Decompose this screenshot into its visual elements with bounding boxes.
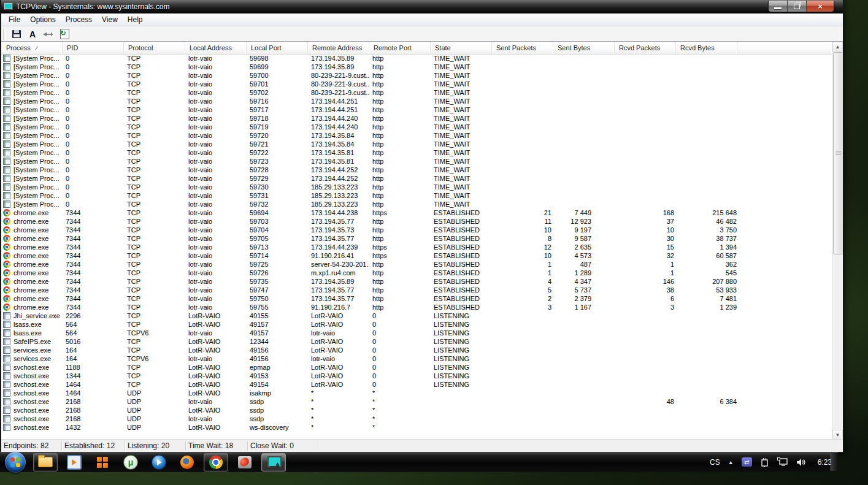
table-row[interactable]: [System Proc... 0 TCP lotr-vaio 59702 80… (1, 88, 832, 97)
taskbar-windows-media-player-button[interactable] (147, 454, 171, 471)
close-connection-button[interactable] (41, 28, 56, 40)
table-row[interactable]: [System Proc... 0 TCP lotr-vaio 59728 17… (1, 166, 832, 174)
table-row[interactable]: chrome.exe 7344 TCP lotr-vaio 59714 91.1… (1, 251, 832, 260)
table-row[interactable]: svchost.exe 2168 UDP lotr-vaio ssdp * * (1, 414, 832, 423)
table-row[interactable]: chrome.exe 7344 TCP lotr-vaio 59750 173.… (1, 294, 832, 303)
table-row[interactable]: svchost.exe 1188 TCP LotR-VAIO epmap Lot… (1, 363, 832, 372)
table-row[interactable]: chrome.exe 7344 TCP lotr-vaio 59704 173.… (1, 226, 832, 234)
refresh-button[interactable] (57, 28, 72, 40)
table-row[interactable]: chrome.exe 7344 TCP lotr-vaio 59705 173.… (1, 234, 832, 243)
table-row[interactable]: chrome.exe 7344 TCP lotr-vaio 59703 173.… (1, 217, 832, 226)
column-header-rcvd-packets[interactable]: Rcvd Packets (615, 42, 676, 54)
network-tray-icon[interactable] (777, 457, 788, 467)
column-header-local-port[interactable]: Local Port (247, 42, 308, 54)
close-button[interactable]: × (807, 1, 834, 12)
taskbar-red-app-button[interactable] (233, 454, 256, 471)
table-row[interactable]: chrome.exe 7344 TCP lotr-vaio 59713 173.… (1, 243, 832, 251)
language-indicator[interactable]: CS (710, 458, 720, 467)
status-established: Established: 12 (62, 441, 125, 451)
table-row[interactable]: chrome.exe 7344 TCP lotr-vaio 59725 serv… (1, 260, 832, 269)
save-button[interactable] (9, 28, 24, 40)
cell-local-port: 59725 (247, 260, 308, 269)
table-row[interactable]: svchost.exe 2168 UDP lotr-vaio ssdp * * … (1, 397, 832, 406)
table-row[interactable]: lsass.exe 564 TCPV6 lotr-vaio 49157 lotr… (1, 329, 832, 337)
table-row[interactable]: chrome.exe 7344 TCP lotr-vaio 59694 173.… (1, 208, 832, 217)
table-row[interactable]: [System Proc... 0 TCP lotr-vaio 59698 17… (1, 54, 832, 63)
column-header-remote-port[interactable]: Remote Port (369, 42, 431, 54)
menu-file[interactable]: File (4, 14, 25, 25)
column-header-sent-packets[interactable]: Sent Packets (492, 42, 553, 54)
taskbar-firefox-button[interactable] (175, 454, 199, 471)
table-row[interactable]: [System Proc... 0 TCP lotr-vaio 59716 17… (1, 97, 832, 105)
show-hidden-icons-button[interactable]: ▲ (728, 459, 734, 465)
table-row[interactable]: [System Proc... 0 TCP lotr-vaio 59720 17… (1, 131, 832, 140)
sync-tray-icon[interactable]: ⇄ (742, 457, 752, 467)
column-header-pid[interactable]: PID (63, 42, 124, 54)
table-row[interactable]: chrome.exe 7344 TCP lotr-vaio 59735 173.… (1, 277, 832, 286)
table-row[interactable]: chrome.exe 7344 TCP lotr-vaio 59755 91.1… (1, 303, 832, 311)
table-row[interactable]: services.exe 164 TCPV6 lotr-vaio 49156 l… (1, 354, 832, 363)
menu-help[interactable]: Help (123, 14, 148, 25)
table-row[interactable]: [System Proc... 0 TCP lotr-vaio 59699 17… (1, 63, 832, 71)
scroll-up-button[interactable]: ▲ (832, 42, 843, 52)
taskbar-ms-office-button[interactable] (91, 454, 114, 471)
table-row[interactable]: svchost.exe 2168 UDP LotR-VAIO ssdp * * (1, 406, 832, 414)
table-row[interactable]: [System Proc... 0 TCP lotr-vaio 59729 17… (1, 174, 832, 183)
power-plug-tray-icon[interactable] (760, 457, 769, 467)
restore-button[interactable] (788, 1, 807, 12)
cell-state (431, 406, 492, 414)
menu-options[interactable]: Options (25, 14, 60, 25)
cell-state: ESTABLISHED (431, 251, 492, 260)
table-row[interactable]: [System Proc... 0 TCP lotr-vaio 59723 17… (1, 157, 832, 166)
cell-sent-packets: 5 (492, 286, 553, 294)
show-desktop-button[interactable] (831, 453, 838, 471)
column-header-remote-address[interactable]: Remote Address (308, 42, 369, 54)
menu-view[interactable]: View (97, 14, 123, 25)
cell-local-address: LotR-VAIO (185, 363, 247, 372)
table-row[interactable]: [System Proc... 0 TCP lotr-vaio 59731 18… (1, 191, 832, 200)
table-row[interactable]: svchost.exe 1344 TCP LotR-VAIO 49153 Lot… (1, 372, 832, 380)
font-button[interactable]: A (25, 28, 40, 40)
table-row[interactable]: [System Proc... 0 TCP lotr-vaio 59717 17… (1, 105, 832, 114)
table-row[interactable]: [System Proc... 0 TCP lotr-vaio 59732 18… (1, 200, 832, 208)
column-header-sent-bytes[interactable]: Sent Bytes (553, 42, 615, 54)
scroll-down-button[interactable]: ▼ (832, 430, 843, 440)
column-header-state[interactable]: State (431, 42, 492, 54)
vertical-scrollbar[interactable]: ▲ ▼ (832, 42, 843, 440)
table-row[interactable]: svchost.exe 1464 UDP LotR-VAIO isakmp * … (1, 389, 832, 397)
taskbar-windows-explorer-button[interactable] (33, 453, 58, 472)
taskbar-clock[interactable]: 6:23 (814, 458, 832, 467)
column-header-local-address[interactable]: Local Address (185, 42, 247, 54)
cell-rcvd-bytes (676, 97, 737, 105)
table-row[interactable]: SafeIPS.exe 5016 TCP LotR-VAIO 12344 Lot… (1, 337, 832, 346)
table-row[interactable]: chrome.exe 7344 TCP lotr-vaio 59726 m.xp… (1, 269, 832, 277)
cell-rcvd-packets: 37 (615, 217, 676, 226)
column-header-rcvd-bytes[interactable]: Rcvd Bytes (676, 42, 737, 54)
table-row[interactable]: services.exe 164 TCP LotR-VAIO 49156 Lot… (1, 346, 832, 354)
table-row[interactable]: [System Proc... 0 TCP lotr-vaio 59722 17… (1, 148, 832, 157)
table-row[interactable]: [System Proc... 0 TCP lotr-vaio 59719 17… (1, 123, 832, 131)
title-bar[interactable]: TCPView - Sysinternals: www.sysinternals… (1, 0, 843, 13)
table-row[interactable]: svchost.exe 1432 UDP LotR-VAIO ws-discov… (1, 423, 832, 432)
column-header-process[interactable]: Process (1, 42, 63, 54)
cell-state: ESTABLISHED (431, 260, 492, 269)
taskbar-tcpview-button[interactable] (261, 453, 286, 472)
column-header-protocol[interactable]: Protocol (124, 42, 185, 54)
taskbar-chrome-button[interactable] (204, 453, 228, 472)
taskbar-utorrent-button[interactable]: µ (119, 454, 142, 471)
table-row[interactable]: [System Proc... 0 TCP lotr-vaio 59730 18… (1, 183, 832, 191)
table-row[interactable]: svchost.exe 1464 TCP LotR-VAIO 49154 Lot… (1, 380, 832, 389)
table-row[interactable]: [System Proc... 0 TCP lotr-vaio 59718 17… (1, 114, 832, 123)
table-row[interactable]: Jhi_service.exe 2296 TCP LotR-VAIO 49155… (1, 311, 832, 320)
table-row[interactable]: [System Proc... 0 TCP lotr-vaio 59700 80… (1, 71, 832, 80)
minimize-button[interactable] (769, 1, 788, 12)
menu-process[interactable]: Process (61, 14, 97, 25)
table-row[interactable]: [System Proc... 0 TCP lotr-vaio 59701 80… (1, 80, 832, 88)
scrollbar-thumb[interactable] (833, 52, 843, 254)
table-row[interactable]: [System Proc... 0 TCP lotr-vaio 59721 17… (1, 140, 832, 148)
table-row[interactable]: chrome.exe 7344 TCP lotr-vaio 59747 173.… (1, 286, 832, 294)
taskbar-media-player-classic-button[interactable] (63, 454, 86, 471)
volume-tray-icon[interactable] (796, 458, 806, 467)
start-button[interactable] (5, 452, 26, 473)
table-row[interactable]: lsass.exe 564 TCP LotR-VAIO 49157 LotR-V… (1, 320, 832, 329)
